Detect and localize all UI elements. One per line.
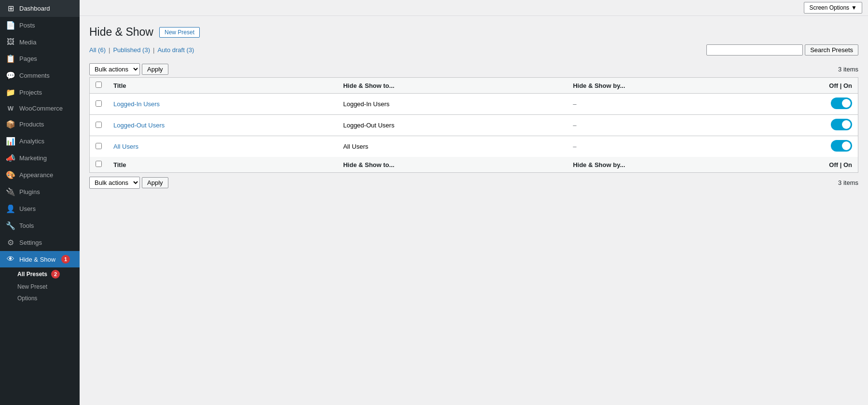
products-icon: 📦	[6, 120, 15, 129]
row-checkbox-1[interactable]	[96, 122, 102, 128]
new-preset-button[interactable]: New Preset	[159, 27, 200, 38]
col-show-to-footer: Hide & Show to...	[337, 157, 567, 173]
main-content: Screen Options ▼ Hide & Show New Preset …	[80, 0, 868, 405]
analytics-icon: 📊	[6, 137, 15, 146]
page-header: Hide & Show New Preset	[89, 26, 858, 39]
sidebar-item-users[interactable]: 👤 Users	[0, 200, 80, 217]
toggle-track-2	[831, 140, 852, 152]
toggle-track-0	[831, 98, 852, 109]
row-checkbox-0[interactable]	[96, 100, 102, 107]
media-icon: 🖼	[6, 38, 15, 46]
dashboard-icon: ⊞	[6, 4, 15, 13]
woocommerce-icon: W	[6, 105, 15, 112]
sidebar-item-pages[interactable]: 📋 Pages	[0, 50, 80, 67]
col-show-by-footer: Hide & Show by...	[567, 157, 800, 173]
search-presets-button[interactable]: Search Presets	[805, 44, 858, 56]
sidebar-item-media[interactable]: 🖼 Media	[0, 34, 80, 50]
screen-options-label: Screen Options	[809, 4, 849, 11]
filter-autodraft-link[interactable]: Auto draft (3)	[157, 46, 194, 54]
row-title-link[interactable]: Logged-In Users	[113, 100, 160, 108]
col-check-header	[90, 78, 108, 94]
toggle-switch-2[interactable]	[831, 140, 852, 152]
row-title-cell: All Users	[108, 136, 337, 157]
sidebar-item-posts[interactable]: 📄 Posts	[0, 17, 80, 34]
pages-icon: 📋	[6, 54, 15, 63]
presets-table: Title Hide & Show to... Hide & Show by..…	[89, 77, 858, 173]
row-show-to-cell: All Users	[337, 136, 567, 157]
top-toolbar: Bulk actions Apply 3 items	[89, 63, 858, 75]
all-presets-label: All Presets	[17, 271, 47, 278]
sidebar-item-label: Media	[19, 39, 36, 46]
col-title-header: Title	[108, 78, 337, 94]
projects-icon: 📁	[6, 88, 15, 97]
col-title-footer: Title	[108, 157, 337, 173]
row-show-to-cell: Logged-In Users	[337, 94, 567, 115]
row-toggle-cell	[800, 136, 858, 157]
sidebar-item-dashboard[interactable]: ⊞ Dashboard	[0, 0, 80, 17]
row-checkbox-cell	[90, 94, 108, 115]
sidebar-item-label: Settings	[19, 239, 42, 246]
screen-options-button[interactable]: Screen Options ▼	[804, 2, 862, 14]
sidebar-item-plugins[interactable]: 🔌 Plugins	[0, 183, 80, 200]
sidebar-item-analytics[interactable]: 📊 Analytics	[0, 133, 80, 150]
row-toggle-cell	[800, 115, 858, 136]
bulk-actions-select[interactable]: Bulk actions	[89, 63, 140, 75]
sidebar-item-label: Pages	[19, 55, 37, 62]
filter-autodraft-count: 3	[189, 46, 192, 54]
sidebar-item-label: Comments	[19, 72, 50, 79]
sidebar-item-marketing[interactable]: 📣 Marketing	[0, 150, 80, 167]
filter-all-link[interactable]: All (6)	[89, 46, 106, 54]
filter-sep-1: |	[109, 46, 110, 54]
hide-show-badge: 1	[61, 255, 70, 264]
filter-published-link[interactable]: Published (3)	[113, 46, 150, 54]
toggle-switch-0[interactable]	[831, 98, 852, 109]
filter-autodraft-label: Auto draft	[157, 46, 184, 54]
toolbar-left: Bulk actions Apply	[89, 63, 168, 75]
sidebar-item-label: WooCommerce	[19, 105, 63, 112]
apply-button-bottom[interactable]: Apply	[142, 177, 168, 188]
filter-bar: All (6) | Published (3) | Auto draft (3)	[89, 46, 194, 54]
search-input[interactable]	[706, 44, 803, 56]
toggle-track-1	[831, 119, 852, 130]
row-title-cell: Logged-Out Users	[108, 115, 337, 136]
select-all-checkbox[interactable]	[96, 82, 102, 88]
bulk-actions-select-bottom[interactable]: Bulk actions	[89, 177, 140, 189]
row-show-by-cell: –	[567, 94, 800, 115]
filter-all-count: 6	[100, 46, 103, 54]
sidebar-item-hide-show[interactable]: 👁 Hide & Show 1	[0, 251, 80, 267]
items-count-top: 3 items	[838, 66, 858, 73]
bottom-toolbar-left: Bulk actions Apply	[89, 177, 168, 189]
sidebar-item-woocommerce[interactable]: W WooCommerce	[0, 101, 80, 116]
row-checkbox-cell	[90, 136, 108, 157]
page-title: Hide & Show	[89, 26, 153, 39]
sidebar-sub-all-presets[interactable]: All Presets 2	[0, 267, 80, 281]
select-all-checkbox-footer[interactable]	[96, 161, 102, 167]
toggle-switch-1[interactable]	[831, 119, 852, 130]
sidebar-item-comments[interactable]: 💬 Comments	[0, 67, 80, 84]
users-icon: 👤	[6, 204, 15, 213]
row-title-link[interactable]: Logged-Out Users	[113, 122, 165, 129]
sidebar-sub-new-preset[interactable]: New Preset	[0, 281, 80, 293]
col-show-to-header: Hide & Show to...	[337, 78, 567, 94]
filter-published-label: Published	[113, 46, 140, 54]
sidebar-item-products[interactable]: 📦 Products	[0, 116, 80, 133]
sidebar-item-label: Tools	[19, 222, 34, 229]
sidebar-item-label: Plugins	[19, 188, 40, 196]
sidebar-item-label: Hide & Show	[19, 256, 55, 263]
sidebar-item-appearance[interactable]: 🎨 Appearance	[0, 167, 80, 183]
sidebar-item-label: Posts	[19, 22, 35, 29]
table-footer-row: Title Hide & Show to... Hide & Show by..…	[90, 157, 858, 173]
sidebar-sub-options[interactable]: Options	[0, 293, 80, 304]
row-checkbox-2[interactable]	[96, 143, 102, 149]
new-preset-sub-label: New Preset	[17, 283, 47, 290]
sidebar-item-tools[interactable]: 🔧 Tools	[0, 217, 80, 234]
apply-button-top[interactable]: Apply	[142, 64, 168, 75]
row-title-link[interactable]: All Users	[113, 143, 138, 150]
col-toggle-header: Off | On	[800, 78, 858, 94]
toggle-thumb-2	[842, 141, 851, 150]
sidebar-item-projects[interactable]: 📁 Projects	[0, 84, 80, 101]
sidebar-item-settings[interactable]: ⚙ Settings	[0, 234, 80, 251]
bottom-toolbar: Bulk actions Apply 3 items	[89, 177, 858, 189]
appearance-icon: 🎨	[6, 170, 15, 180]
row-toggle-cell	[800, 94, 858, 115]
